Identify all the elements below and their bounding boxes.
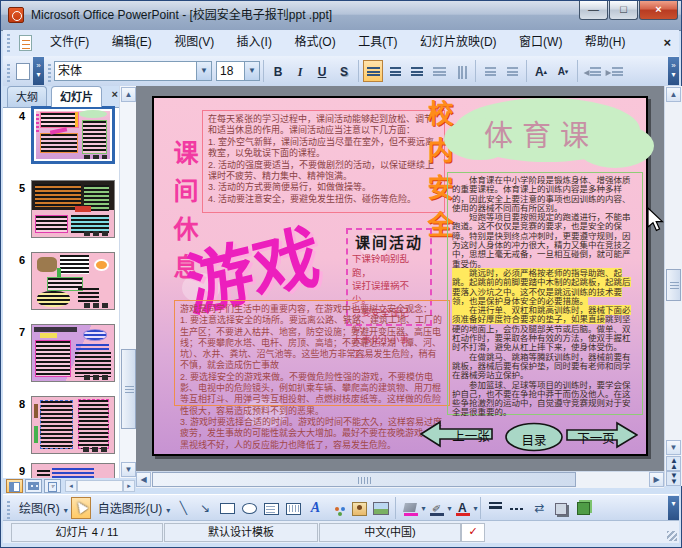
pane-hscroll-track[interactable]	[77, 480, 123, 492]
picture-tool[interactable]	[371, 497, 391, 519]
slide-thumbnail[interactable]	[31, 180, 115, 238]
toolbar-overflow-button[interactable]: »▾	[33, 57, 44, 85]
next-slide-button[interactable]: ▼▼	[666, 471, 681, 486]
h-scroll-right-button[interactable]: ▶	[649, 472, 664, 487]
font-color-dropdown[interactable]: ▾	[473, 504, 477, 513]
h-scroll-left-button[interactable]: ◀	[136, 472, 151, 487]
font-color-button[interactable]: A	[452, 497, 472, 519]
main-horizontal-scrollbar[interactable]: ◀ ▶	[136, 471, 664, 488]
numbering-button[interactable]	[480, 60, 500, 82]
align-left-button[interactable]	[363, 60, 383, 82]
menubar-grip[interactable]	[7, 34, 10, 52]
fill-color-dropdown[interactable]: ▾	[421, 504, 425, 513]
menu-item-tools[interactable]: 工具(T)	[349, 30, 406, 55]
menu-item-slideshow[interactable]: 幻灯片放映(D)	[411, 30, 506, 55]
decrease-font-button[interactable]: A▾	[553, 60, 573, 82]
select-arrow-button[interactable]	[71, 497, 91, 519]
pane-scrollbar[interactable]: ▲ ▼	[119, 86, 137, 478]
design-template-status[interactable]: 默认设计模板	[164, 523, 318, 542]
scroll-down-button[interactable]: ▼	[666, 440, 681, 455]
arrow-tool[interactable]: ↘	[195, 497, 215, 519]
pe-class-title[interactable]: 体育课	[484, 112, 598, 154]
slide-sorter-view-button[interactable]	[25, 479, 42, 493]
shadow-style-button[interactable]	[551, 497, 571, 519]
pane-hscroll-right-button[interactable]: ▸	[123, 480, 135, 492]
slides-pane-close-button[interactable]: ×	[112, 88, 118, 100]
font-name-combobox[interactable]: 宋体▼	[54, 61, 212, 81]
blank-page-icon[interactable]	[16, 63, 30, 80]
menu-item-view[interactable]: 视图(V)	[165, 30, 223, 55]
break-textbox[interactable]: 在每天紧张的学习过程中，课间活动能够起到放松、调节和适当休息的作用。课间活动应当…	[202, 110, 445, 213]
align-center-button[interactable]	[385, 60, 405, 82]
close-button[interactable]: ×	[639, 1, 678, 20]
line-tool[interactable]: ╲	[173, 497, 193, 519]
minimize-button[interactable]: —	[579, 1, 608, 20]
game-textbox[interactable]: 游戏是同学们生活中的重要内容，在游戏中也要树立安全观念： 1. 要注意选择安全的…	[174, 300, 450, 406]
wordart-tool[interactable]: A	[305, 497, 325, 519]
diagram-tool[interactable]	[327, 497, 347, 519]
pane-scroll-down-button[interactable]: ▼	[121, 462, 136, 477]
nav-menu-oval[interactable]: 目录	[504, 422, 564, 452]
scroll-up-button[interactable]: ▲	[666, 87, 681, 102]
clipart-tool[interactable]	[349, 497, 369, 519]
align-right-button[interactable]	[407, 60, 427, 82]
rectangle-tool[interactable]	[217, 497, 237, 519]
3d-style-button[interactable]	[573, 497, 593, 519]
tab-slides[interactable]: 幻灯片	[51, 86, 102, 107]
nav-prev-arrow[interactable]: 上一张	[420, 420, 494, 448]
line-color-dropdown[interactable]: ▾	[447, 504, 451, 513]
pane-hscroll-left-button[interactable]: ◂	[65, 480, 77, 492]
dash-style-button[interactable]	[507, 497, 527, 519]
tab-outline[interactable]: 大纲	[7, 86, 47, 107]
menu-item-insert[interactable]: 插入(I)	[228, 30, 281, 55]
normal-view-button[interactable]	[6, 479, 23, 493]
scroll-thumb[interactable]	[666, 269, 681, 301]
bullets-button[interactable]	[502, 60, 522, 82]
toolbar-overflow-button-right[interactable]: »▾	[668, 57, 679, 85]
previous-slide-button[interactable]: ▲▲	[666, 456, 681, 471]
arrow-style-button[interactable]: ⇄	[529, 497, 549, 519]
italic-button[interactable]: I	[290, 60, 310, 82]
fill-color-button[interactable]	[400, 497, 420, 519]
slideshow-view-button[interactable]: ▿	[44, 479, 61, 493]
bold-button[interactable]: B	[268, 60, 288, 82]
font-dropdown-arrow[interactable]: ▼	[196, 62, 211, 80]
h-scroll-thumb[interactable]	[152, 472, 576, 487]
font-size-combobox[interactable]: 18▼	[216, 61, 260, 81]
oval-tool[interactable]	[239, 497, 259, 519]
increase-font-button[interactable]: A▴	[531, 60, 551, 82]
textbox-tool[interactable]	[261, 497, 281, 519]
menu-item-help[interactable]: 帮助(H)	[576, 30, 635, 55]
line-style-button[interactable]	[485, 497, 505, 519]
menu-item-file[interactable]: 文件(F)	[41, 30, 98, 55]
resize-grip[interactable]	[667, 531, 677, 541]
autoshapes-button[interactable]: 自选图形(U)▾	[93, 497, 172, 519]
menu-item-edit[interactable]: 编辑(E)	[103, 30, 161, 55]
vertical-textbox-tool[interactable]	[283, 497, 303, 519]
slide-thumbnail[interactable]	[31, 106, 115, 164]
draw-menu-button[interactable]: 绘图(R)▾	[14, 497, 69, 519]
line-color-button[interactable]: ✏	[426, 497, 446, 519]
pe-textbox[interactable]: 体育课在中小学阶段是锻炼身体、增强体质的重要课程。体育课上的训练内容是多种多样的…	[447, 172, 643, 415]
menu-item-window[interactable]: 窗口(W)	[510, 30, 571, 55]
menu-item-format[interactable]: 格式(O)	[285, 30, 344, 55]
size-dropdown-arrow[interactable]: ▼	[244, 62, 259, 80]
slide-page[interactable]: 课间休息 在每天紧张的学习过程中，课间活动能够起到放松、调节和适当休息的作用。课…	[152, 96, 648, 456]
main-vertical-scrollbar[interactable]: ▲ ▼ ▲▲ ▼▼	[664, 86, 682, 486]
pane-scroll-thumb[interactable]	[121, 349, 136, 429]
drawbar-grip[interactable]	[7, 501, 10, 519]
slide-thumbnail[interactable]	[31, 463, 115, 478]
drawbar-overflow-button[interactable]: ▾	[668, 496, 679, 520]
language-status[interactable]: 中文(中国)	[319, 523, 461, 542]
pane-scroll-up-button[interactable]: ▲	[121, 87, 136, 102]
underline-button[interactable]: U	[312, 60, 332, 82]
toolbar-grip[interactable]	[7, 64, 10, 82]
menubar-close-button[interactable]: ×	[663, 30, 671, 55]
toolbar-grip2[interactable]	[48, 64, 51, 82]
slide-thumbnail[interactable]	[31, 396, 115, 454]
nav-next-arrow[interactable]: 下一页	[566, 420, 638, 450]
slide-thumbnail[interactable]	[31, 252, 115, 310]
shadow-button[interactable]: S	[334, 60, 354, 82]
restore-button[interactable]: □	[609, 1, 638, 20]
spellcheck-icon[interactable]: ✓	[461, 523, 485, 542]
